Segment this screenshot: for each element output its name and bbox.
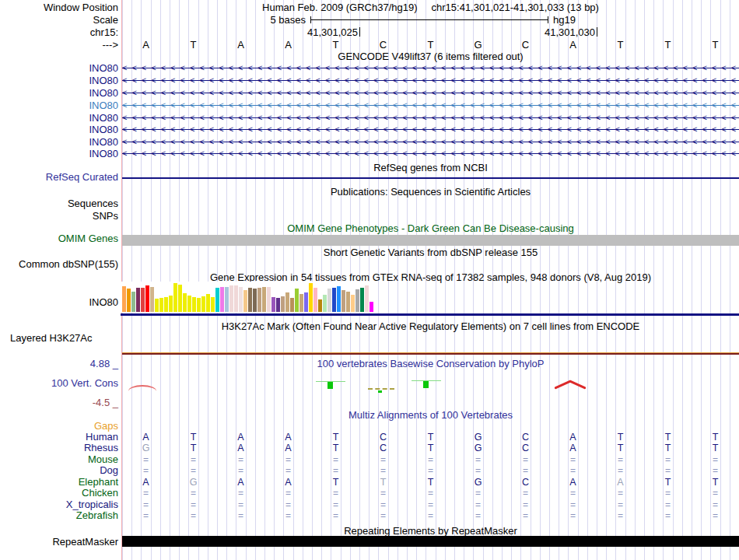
gtex-tissue-bar[interactable] (355, 289, 359, 312)
gtex-tissue-bar[interactable] (257, 288, 261, 312)
gencode-gene-item[interactable]: <<<<<<<<<<<<<<<<<<<<<<<<<<<<<<<<<<<<<<<<… (122, 149, 739, 159)
gtex-tissue-bar[interactable] (127, 289, 131, 312)
gtex-tissue-bar[interactable] (206, 294, 210, 312)
gencode-gene-item[interactable]: <<<<<<<<<<<<<<<<<<<<<<<<<<<<<<<<<<<<<<<<… (122, 113, 739, 123)
conservation-label[interactable]: 100 Vert. Cons (0, 378, 118, 388)
gtex-tissue-bar[interactable] (187, 296, 191, 312)
gtex-tissue-bar[interactable] (239, 287, 243, 312)
gencode-gene-label[interactable]: INO80 (0, 124, 118, 135)
gtex-tissue-bar[interactable] (262, 287, 266, 312)
refseq-gene-line[interactable] (122, 177, 739, 179)
gtex-tissue-bar[interactable] (164, 297, 168, 312)
multiz-cell: = (359, 510, 407, 521)
gtex-tissue-bar[interactable] (327, 289, 331, 312)
gtex-tissue-bar[interactable] (192, 297, 196, 312)
gtex-expression-bars[interactable] (122, 282, 376, 312)
sequences-label[interactable]: Sequences (0, 198, 118, 208)
coordinate-left[interactable]: 41,301,025 (282, 27, 358, 37)
gtex-tissue-bar[interactable] (309, 283, 313, 312)
gtex-tissue-bar[interactable] (220, 287, 224, 312)
gtex-tissue-bar[interactable] (229, 285, 233, 312)
snps-label[interactable]: SNPs (0, 211, 118, 221)
gtex-tissue-bar[interactable] (365, 285, 369, 312)
gtex-tissue-bar[interactable] (173, 283, 177, 312)
gtex-tissue-bar[interactable] (243, 290, 247, 312)
gencode-gene-item[interactable]: <<<<<<<<<<<<<<<<<<<<<<<<<<<<<<<<<<<<<<<<… (122, 100, 739, 110)
gtex-tissue-bar[interactable] (332, 288, 336, 312)
gtex-tissue-bar[interactable] (341, 290, 345, 312)
refseq-curated-label[interactable]: RefSeq Curated (0, 172, 118, 182)
multiz-species-label[interactable]: Zebrafish (0, 510, 118, 520)
multiz-cell: T (407, 432, 454, 443)
gtex-tissue-bar[interactable] (122, 286, 126, 312)
gencode-gene-label[interactable]: INO80 (0, 75, 118, 86)
gencode-gene-item[interactable]: <<<<<<<<<<<<<<<<<<<<<<<<<<<<<<<<<<<<<<<<… (122, 88, 739, 98)
coordinate-right[interactable]: 41,301,030 (519, 27, 595, 37)
multiz-cell: = (170, 499, 217, 510)
gencode-gene-label[interactable]: INO80 (0, 88, 118, 98)
gtex-tissue-bar[interactable] (145, 285, 149, 312)
multiz-species-label[interactable]: Dog (0, 465, 118, 475)
multiz-species-label[interactable]: Gaps (0, 421, 118, 431)
multiz-species-label[interactable]: Mouse (0, 454, 118, 464)
gtex-tissue-bar[interactable] (290, 298, 294, 312)
multiz-species-label[interactable]: Chicken (0, 488, 118, 498)
gencode-gene-label[interactable]: INO80 (0, 149, 118, 159)
gtex-tissue-bar[interactable] (295, 289, 299, 312)
gencode-gene-label[interactable]: INO80 (0, 63, 118, 73)
gtex-tissue-bar[interactable] (360, 288, 364, 312)
gtex-tissue-bar[interactable] (323, 295, 327, 312)
gtex-tissue-bar[interactable] (267, 287, 271, 312)
omim-gene-bar[interactable] (122, 235, 739, 246)
gtex-tissue-bar[interactable] (150, 287, 154, 312)
gencode-gene-item[interactable]: <<<<<<<<<<<<<<<<<<<<<<<<<<<<<<<<<<<<<<<<… (122, 63, 739, 73)
gencode-gene-item[interactable]: <<<<<<<<<<<<<<<<<<<<<<<<<<<<<<<<<<<<<<<<… (122, 124, 739, 135)
gtex-tissue-bar[interactable] (285, 292, 289, 312)
gtex-tissue-bar[interactable] (248, 288, 252, 312)
gtex-tissue-bar[interactable] (370, 302, 373, 312)
gtex-tissue-bar[interactable] (215, 288, 219, 312)
gtex-tissue-bar[interactable] (141, 288, 145, 312)
repeatmasker-element-bar[interactable] (122, 536, 739, 547)
gtex-tissue-bar[interactable] (253, 289, 257, 312)
gtex-tissue-bar[interactable] (351, 295, 355, 312)
gtex-tissue-bar[interactable] (136, 288, 140, 312)
gtex-tissue-bar[interactable] (169, 296, 173, 312)
multiz-cell: T (312, 477, 359, 488)
gtex-tissue-bar[interactable] (304, 292, 308, 312)
gencode-gene-label[interactable]: INO80 (0, 113, 118, 123)
gtex-tissue-bar[interactable] (178, 285, 182, 312)
gencode-gene-item[interactable]: <<<<<<<<<<<<<<<<<<<<<<<<<<<<<<<<<<<<<<<<… (122, 137, 739, 147)
gtex-tissue-bar[interactable] (234, 285, 238, 312)
gtex-tissue-bar[interactable] (299, 294, 303, 312)
multiz-species-label[interactable]: Elephant (0, 477, 118, 487)
gtex-tissue-bar[interactable] (225, 287, 229, 312)
gencode-gene-label[interactable]: INO80 (0, 100, 118, 110)
multiz-species-label[interactable]: Rhesus (0, 443, 118, 453)
gtex-tissue-bar[interactable] (313, 288, 317, 312)
gencode-gene-label[interactable]: INO80 (0, 137, 118, 147)
gtex-tissue-bar[interactable] (183, 293, 187, 312)
gtex-tissue-bar[interactable] (155, 299, 159, 312)
gtex-tissue-bar[interactable] (211, 297, 215, 312)
gtex-tissue-bar[interactable] (197, 298, 201, 312)
gtex-tissue-bar[interactable] (318, 299, 322, 312)
gencode-gene-item[interactable]: <<<<<<<<<<<<<<<<<<<<<<<<<<<<<<<<<<<<<<<<… (122, 75, 739, 86)
h3k27ac-signal-line[interactable] (122, 352, 739, 355)
gtex-gene-label[interactable]: INO80 (0, 297, 118, 307)
repeatmasker-label[interactable]: RepeatMasker (0, 537, 118, 547)
gtex-tissue-bar[interactable] (159, 298, 163, 312)
h3k27ac-label[interactable]: Layered H3K27Ac (10, 333, 93, 343)
gtex-tissue-bar[interactable] (201, 296, 205, 312)
gtex-tissue-bar[interactable] (276, 298, 280, 312)
gtex-tissue-bar[interactable] (281, 296, 285, 312)
strand-arrow-label[interactable]: ---> (0, 40, 118, 50)
gtex-tissue-bar[interactable] (271, 297, 275, 312)
gtex-tissue-bar[interactable] (337, 286, 341, 312)
dbsnp-label[interactable]: Common dbSNP(155) (0, 259, 118, 269)
multiz-species-label[interactable]: X_tropicalis (0, 499, 118, 509)
gtex-tissue-bar[interactable] (346, 292, 350, 312)
omim-genes-label[interactable]: OMIM Genes (0, 233, 118, 243)
gtex-tissue-bar[interactable] (131, 292, 135, 312)
multiz-species-label[interactable]: Human (0, 432, 118, 442)
